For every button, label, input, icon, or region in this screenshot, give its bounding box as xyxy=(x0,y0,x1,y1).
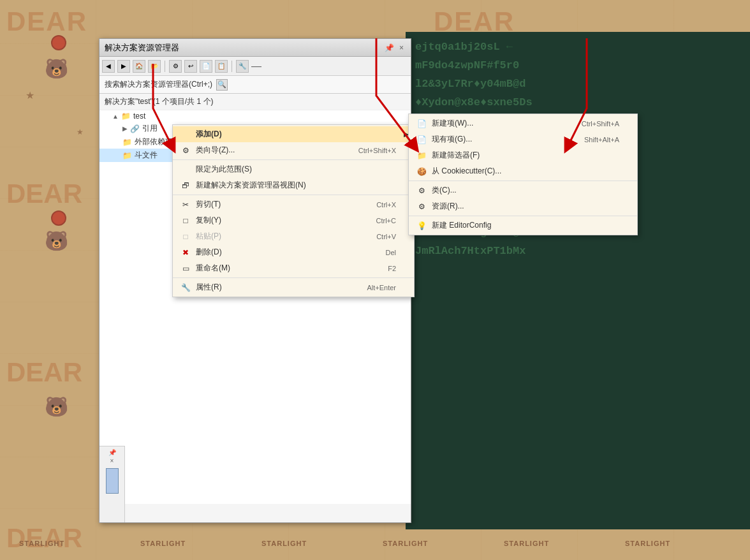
search-label: 搜索解决方案资源管理器(Ctrl+;) xyxy=(105,79,212,90)
external-label: 外部依赖项 xyxy=(135,136,173,147)
external-icon: 📁 xyxy=(122,138,132,147)
class-icon: ⚙ xyxy=(416,186,427,196)
paste-icon: □ xyxy=(180,232,191,242)
new-view-label: 新建解决方案资源管理器视图(N) xyxy=(196,180,306,191)
menu-item-copy[interactable]: □ 复制(Y) Ctrl+C xyxy=(173,212,414,228)
starlight-5: STARLIGHT xyxy=(504,540,549,547)
rename-shortcut: F2 xyxy=(388,265,406,272)
circle-icon-3 xyxy=(51,210,66,226)
existing-item-label: 现有项(G)... xyxy=(432,134,472,145)
bear-icon-5: 🐻 xyxy=(45,395,68,418)
scroll-thumb xyxy=(106,468,119,494)
bear-icon-3: 🐻 xyxy=(45,230,68,252)
menu-sep-2 xyxy=(173,195,414,195)
paste-label: 粘贴(P) xyxy=(196,231,221,242)
editor-line-3: l2&3yL7Rr♦y04mB@d xyxy=(415,75,740,94)
add-icon xyxy=(180,129,191,140)
menu-item-scope[interactable]: 限定为此范围(S) xyxy=(173,161,414,177)
copy-icon: □ xyxy=(180,216,191,226)
menu-item-paste[interactable]: □ 粘贴(P) Ctrl+V xyxy=(173,228,414,244)
starlight-3: STARLIGHT xyxy=(261,540,307,547)
solution-label: 解决方案"test"(1 个项目/共 1 个) xyxy=(105,97,214,106)
new-item-label: 新建项(W)... xyxy=(432,118,473,129)
submenu-item-resource[interactable]: ⚙ 资源(R)... xyxy=(409,198,637,214)
wallpaper-dear-7: DEAR xyxy=(6,523,82,554)
new-item-shortcut: Ctrl+Shift+A xyxy=(582,120,629,128)
files-label: 斗文件 xyxy=(135,150,158,161)
project-name: test xyxy=(133,112,145,121)
cut-shortcut: Ctrl+X xyxy=(376,201,406,209)
toolbar-home-icon[interactable]: 🏠 xyxy=(133,60,145,73)
class-wizard-label: 类向导(Z)... xyxy=(196,145,235,156)
toolbar-undo-icon[interactable]: ↩ xyxy=(184,60,197,73)
editor-line-13: JmRlAch7HtxPT1bMx xyxy=(415,242,740,261)
toolbar-settings-icon[interactable]: ⚙ xyxy=(169,60,182,73)
submenu-item-new-item[interactable]: 📄 新建项(W)... Ctrl+Shift+A xyxy=(409,115,637,131)
toolbar-wrench-icon[interactable]: 🔧 xyxy=(236,60,249,73)
bear-icon-1: 🐻 xyxy=(45,57,68,80)
rename-icon: ▭ xyxy=(180,263,191,274)
submenu: 📄 新建项(W)... Ctrl+Shift+A 📄 现有项(G)... Shi… xyxy=(408,114,638,235)
pin-button[interactable]: 📌 xyxy=(383,43,396,52)
menu-sep-3 xyxy=(173,277,414,278)
existing-item-shortcut: Shift+Alt+A xyxy=(584,136,629,144)
close-panel-icon[interactable]: × xyxy=(110,457,114,464)
delete-icon: ✖ xyxy=(180,247,191,258)
submenu-item-cookiecutter[interactable]: 🍪 从 Cookiecutter(C)... xyxy=(409,163,637,179)
new-item-icon: 📄 xyxy=(416,119,427,129)
menu-item-delete[interactable]: ✖ 删除(D) Del xyxy=(173,244,414,260)
toolbar-back-icon[interactable]: ◀ xyxy=(102,60,115,73)
wallpaper-dear-3: DEAR xyxy=(6,179,82,209)
editor-line-1: ejtq0a1bj20sL ← xyxy=(415,38,740,57)
star-icon-1: ★ xyxy=(26,89,34,101)
reference-label: 引用 xyxy=(142,123,158,134)
toolbar-icon-a[interactable]: 📄 xyxy=(200,60,212,73)
resource-label: 资源(R)... xyxy=(432,201,464,212)
menu-item-properties[interactable]: 🔧 属性(R) Alt+Enter xyxy=(173,279,414,295)
wallpaper-dear-5: DEAR xyxy=(6,357,82,388)
editorconfig-icon: 💡 xyxy=(416,221,427,231)
submenu-item-existing-item[interactable]: 📄 现有项(G)... Shift+Alt+A xyxy=(409,131,637,147)
starlight-2: STARLIGHT xyxy=(140,540,186,547)
ide-window-controls: 📌 × xyxy=(383,43,406,52)
ide-bottom-panel: 📌 × xyxy=(99,446,125,522)
new-filter-label: 新建筛选器(F) xyxy=(432,150,480,161)
cut-label: 剪切(T) xyxy=(196,199,221,210)
scope-label: 限定为此范围(S) xyxy=(196,164,252,175)
ide-toolbar: ◀ ▶ 🏠 📂 ⚙ ↩ 📄 📋 🔧 — xyxy=(99,57,411,76)
submenu-sep-2 xyxy=(409,216,637,216)
class-wizard-icon: ⚙ xyxy=(180,145,191,156)
pin-icon: 📌 xyxy=(108,449,116,456)
submenu-item-new-filter[interactable]: 📁 新建筛选器(F) xyxy=(409,147,637,163)
tree-project-root[interactable]: ▲ 📁 test xyxy=(99,110,411,122)
search-button[interactable]: 🔍 xyxy=(216,79,228,91)
rename-label: 重命名(M) xyxy=(196,263,230,274)
menu-item-add[interactable]: 添加(D) xyxy=(173,126,414,142)
submenu-item-class[interactable]: ⚙ 类(C)... xyxy=(409,182,637,198)
new-filter-icon: 📁 xyxy=(416,151,427,161)
submenu-item-editorconfig[interactable]: 💡 新建 EditorConfig xyxy=(409,217,637,233)
reference-icon: 🔗 xyxy=(130,124,140,133)
toolbar-close-icon[interactable]: — xyxy=(251,61,261,72)
toolbar-sep-2 xyxy=(232,61,232,72)
menu-item-new-view[interactable]: 🗗 新建解决方案资源管理器视图(N) xyxy=(173,177,414,193)
add-label: 添加(D) xyxy=(196,129,222,140)
properties-shortcut: Alt+Enter xyxy=(367,284,406,291)
toolbar-solution-icon[interactable]: 📂 xyxy=(148,60,161,73)
close-button[interactable]: × xyxy=(397,43,406,52)
toolbar-forward-icon[interactable]: ▶ xyxy=(117,60,130,73)
expand-icon-ref: ▶ xyxy=(122,125,128,132)
cut-icon: ✂ xyxy=(180,200,191,210)
menu-item-cut[interactable]: ✂ 剪切(T) Ctrl+X xyxy=(173,196,414,212)
menu-item-rename[interactable]: ▭ 重命名(M) F2 xyxy=(173,260,414,276)
context-menu: 添加(D) ⚙ 类向导(Z)... Ctrl+Shift+X 限定为此范围(S)… xyxy=(172,124,415,297)
class-label: 类(C)... xyxy=(432,185,457,196)
ide-searchbar: 搜索解决方案资源管理器(Ctrl+;) 🔍 xyxy=(99,76,411,94)
existing-item-icon: 📄 xyxy=(416,135,427,145)
delete-label: 删除(D) xyxy=(196,247,222,258)
cookiecutter-icon: 🍪 xyxy=(416,166,427,177)
menu-item-class-wizard[interactable]: ⚙ 类向导(Z)... Ctrl+Shift+X xyxy=(173,142,414,158)
ide-titlebar: 解决方案资源管理器 📌 × xyxy=(99,39,411,57)
toolbar-icon-b[interactable]: 📋 xyxy=(215,60,228,73)
delete-shortcut: Del xyxy=(385,249,406,256)
